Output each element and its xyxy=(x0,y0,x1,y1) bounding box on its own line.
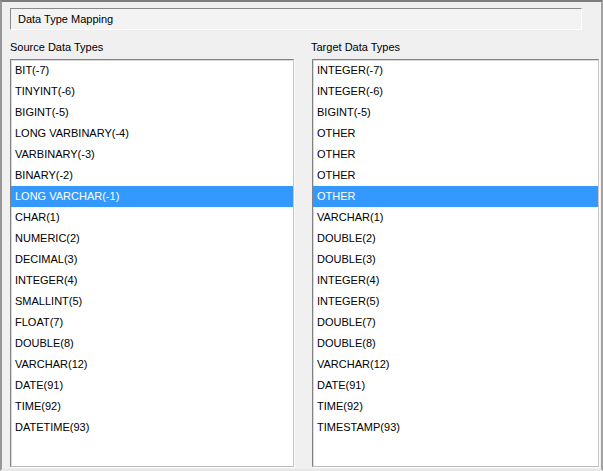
list-item[interactable]: INTEGER(4) xyxy=(313,270,598,291)
target-data-types-label: Target Data Types xyxy=(311,40,400,54)
list-item[interactable]: FLOAT(7) xyxy=(11,312,293,333)
list-item[interactable]: DOUBLE(7) xyxy=(313,312,598,333)
list-item[interactable]: DECIMAL(3) xyxy=(11,249,293,270)
list-item[interactable]: SMALLINT(5) xyxy=(11,291,293,312)
list-item[interactable]: LONG VARCHAR(-1) xyxy=(11,186,293,207)
list-item[interactable]: DOUBLE(2) xyxy=(313,228,598,249)
list-item[interactable]: OTHER xyxy=(313,186,598,207)
list-item[interactable]: TIME(92) xyxy=(11,396,293,417)
list-item[interactable]: LONG VARBINARY(-4) xyxy=(11,123,293,144)
list-item[interactable]: OTHER xyxy=(313,165,598,186)
list-item[interactable]: BIT(-7) xyxy=(11,60,293,81)
data-type-mapping-panel: Data Type Mapping Source Data Types Targ… xyxy=(0,0,603,471)
list-item[interactable]: INTEGER(-7) xyxy=(313,60,598,81)
list-item[interactable]: TIME(92) xyxy=(313,396,598,417)
list-item[interactable]: INTEGER(-6) xyxy=(313,81,598,102)
list-item[interactable]: TINYINT(-6) xyxy=(11,81,293,102)
list-item[interactable]: BINARY(-2) xyxy=(11,165,293,186)
source-data-types-listbox[interactable]: BIT(-7)TINYINT(-6)BIGINT(-5)LONG VARBINA… xyxy=(10,59,294,467)
list-item[interactable]: DOUBLE(3) xyxy=(313,249,598,270)
list-item[interactable]: INTEGER(5) xyxy=(313,291,598,312)
target-data-types-listbox[interactable]: INTEGER(-7)INTEGER(-6)BIGINT(-5)OTHEROTH… xyxy=(312,59,599,467)
list-item[interactable]: OTHER xyxy=(313,123,598,144)
list-item[interactable]: DATETIME(93) xyxy=(11,417,293,438)
list-item[interactable]: DATE(91) xyxy=(11,375,293,396)
list-item[interactable]: VARCHAR(12) xyxy=(11,354,293,375)
dialog-title-field: Data Type Mapping xyxy=(10,8,582,30)
list-item[interactable]: VARBINARY(-3) xyxy=(11,144,293,165)
list-item[interactable]: INTEGER(4) xyxy=(11,270,293,291)
list-item[interactable]: BIGINT(-5) xyxy=(313,102,598,123)
list-item[interactable]: VARCHAR(12) xyxy=(313,354,598,375)
source-data-types-label: Source Data Types xyxy=(10,40,103,54)
list-item[interactable]: NUMERIC(2) xyxy=(11,228,293,249)
list-item[interactable]: VARCHAR(1) xyxy=(313,207,598,228)
list-item[interactable]: OTHER xyxy=(313,144,598,165)
list-item[interactable]: CHAR(1) xyxy=(11,207,293,228)
list-item[interactable]: BIGINT(-5) xyxy=(11,102,293,123)
list-item[interactable]: DATE(91) xyxy=(313,375,598,396)
list-item[interactable]: DOUBLE(8) xyxy=(11,333,293,354)
list-item[interactable]: TIMESTAMP(93) xyxy=(313,417,598,438)
list-item[interactable]: DOUBLE(8) xyxy=(313,333,598,354)
